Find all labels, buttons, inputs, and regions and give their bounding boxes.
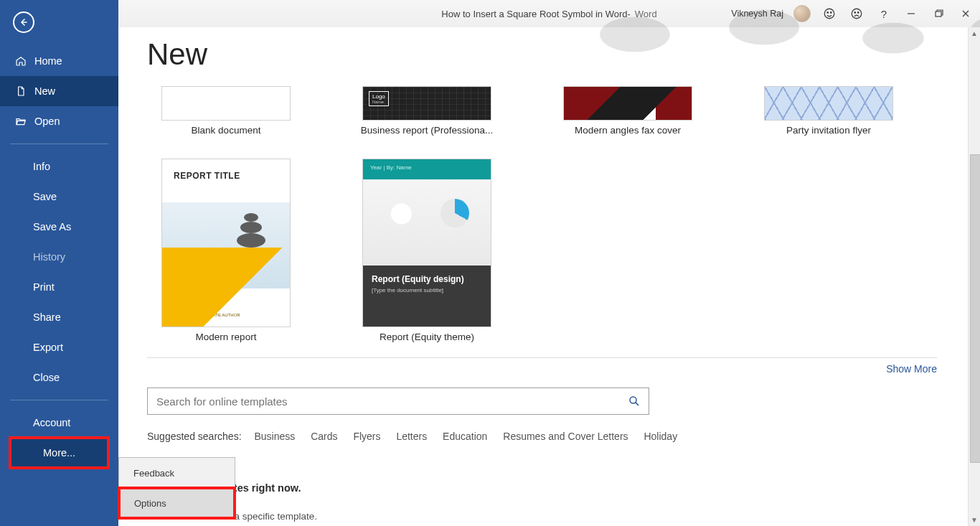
suggested-searches: Suggested searches: Business Cards Flyer… (147, 431, 937, 442)
templates-panel: Blank document LogoName Business report … (147, 86, 937, 342)
page-title: New (147, 37, 207, 72)
template-caption: Party invitation flyer (786, 125, 871, 136)
sidebar-item-account[interactable]: Account (0, 408, 118, 438)
popup-item-label: Options (134, 498, 166, 509)
sidebar-item-label: Save (33, 191, 57, 202)
template-thumb (161, 86, 291, 121)
back-button[interactable] (13, 11, 34, 33)
template-caption: Business report (Professiona... (361, 125, 494, 136)
sidebar-item-label: History (33, 251, 65, 263)
vertical-scrollbar[interactable]: ▲ ▼ (968, 27, 980, 526)
sidebar-item-print[interactable]: Print (0, 272, 118, 302)
sidebar-separator (10, 144, 108, 144)
template-card-blank[interactable]: Blank document (147, 86, 305, 136)
thumb-title: REPORT TITLE (174, 171, 240, 181)
template-thumb: Year | By: Name Report (Equity design)[T… (362, 159, 491, 327)
template-card-fax-cover[interactable]: Modern angles fax cover (549, 86, 707, 136)
sidebar-item-label: Export (33, 342, 63, 353)
template-card-equity-report[interactable]: Year | By: Name Report (Equity design)[T… (348, 159, 506, 342)
sidebar-item-label: Close (33, 372, 60, 383)
templates-divider (147, 357, 937, 358)
sidebar-item-label: Home (34, 55, 62, 67)
template-card-business-report[interactable]: LogoName Business report (Professiona... (348, 86, 506, 136)
sidebar-item-label: New (34, 85, 55, 97)
home-icon (14, 55, 27, 67)
sidebar-item-label: Account (33, 417, 70, 428)
template-caption: Modern angles fax cover (575, 125, 681, 136)
sidebar-item-close[interactable]: Close (0, 362, 118, 393)
template-caption: Blank document (192, 125, 261, 136)
search-box (147, 388, 649, 415)
content-area: New Blank document LogoName Business rep… (118, 0, 980, 526)
sidebar-item-label: Share (33, 311, 61, 323)
search-input[interactable] (148, 388, 617, 414)
thumb-bar-text: Year | By: Name (370, 164, 412, 171)
suggested-link[interactable]: Flyers (353, 431, 380, 442)
suggested-link[interactable]: Holiday (644, 431, 677, 442)
sidebar-item-share[interactable]: Share (0, 302, 118, 332)
sidebar-item-label: Save As (33, 221, 71, 233)
sidebar-item-more[interactable]: More... (10, 438, 108, 468)
scroll-down-icon[interactable]: ▼ (969, 514, 980, 526)
backstage-sidebar: Home New Open Info Save Save As History … (0, 0, 118, 526)
sidebar-item-label: Print (33, 281, 55, 293)
more-popup: Feedback Options (118, 457, 235, 519)
suggested-link[interactable]: Resumes and Cover Letters (503, 431, 628, 442)
template-thumb: REPORT TITLE COMPANY LOGO COMPANY NAME D… (161, 159, 291, 327)
popup-item-label: Feedback (133, 468, 174, 479)
sidebar-item-label: Open (34, 116, 60, 127)
template-caption: Report (Equity theme) (380, 332, 474, 342)
show-more-link[interactable]: Show More (886, 363, 937, 375)
template-thumb: LogoName (362, 86, 491, 121)
templates-row: Blank document LogoName Business report … (147, 86, 937, 136)
file-icon (14, 85, 27, 98)
suggested-link[interactable]: Education (443, 431, 487, 442)
thumb-footer: COMPANY NAME DATE AUTHOR (174, 312, 240, 318)
sidebar-item-history[interactable]: History (0, 242, 118, 272)
scroll-thumb[interactable] (970, 154, 980, 463)
sidebar-item-export[interactable]: Export (0, 332, 118, 362)
popup-item-options[interactable]: Options (119, 488, 235, 518)
suggested-link[interactable]: Cards (311, 431, 337, 442)
sidebar-item-save-as[interactable]: Save As (0, 212, 118, 242)
thumb-dark-title: Report (Equity design) (372, 274, 482, 284)
scroll-up-icon[interactable]: ▲ (969, 27, 980, 39)
search-area: Suggested searches: Business Cards Flyer… (147, 388, 937, 442)
svg-point-7 (630, 397, 636, 403)
sidebar-separator (10, 400, 108, 400)
suggested-label: Suggested searches: (147, 431, 242, 442)
folder-open-icon (14, 115, 27, 128)
template-thumb (563, 86, 692, 121)
sidebar-item-open[interactable]: Open (0, 106, 118, 136)
template-thumb (764, 86, 893, 121)
template-card-party-flyer[interactable]: Party invitation flyer (750, 86, 908, 136)
template-card-modern-report[interactable]: REPORT TITLE COMPANY LOGO COMPANY NAME D… (147, 159, 305, 342)
sidebar-item-label: More... (43, 447, 75, 459)
template-caption: Modern report (196, 332, 257, 342)
suggested-link[interactable]: Business (254, 431, 295, 442)
search-button[interactable] (620, 388, 649, 414)
popup-item-feedback[interactable]: Feedback (119, 458, 235, 488)
suggested-link[interactable]: Letters (396, 431, 427, 442)
sidebar-item-label: Info (33, 161, 50, 172)
thumb-dark-sub: [Type the document subtitle] (372, 287, 482, 293)
templates-row: REPORT TITLE COMPANY LOGO COMPANY NAME D… (147, 159, 937, 342)
sidebar-item-home[interactable]: Home (0, 46, 118, 76)
sidebar-item-info[interactable]: Info (0, 151, 118, 182)
sidebar-item-save[interactable]: Save (0, 182, 118, 212)
thumb-logo-text: COMPANY LOGO (174, 293, 219, 298)
scroll-track[interactable] (969, 39, 980, 514)
sidebar-item-new[interactable]: New (0, 76, 118, 106)
